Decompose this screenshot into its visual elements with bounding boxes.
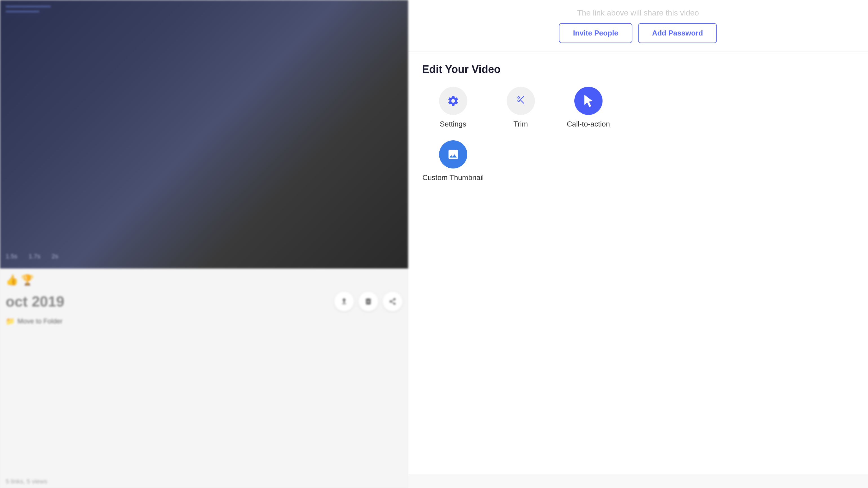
thumbs-up-emoji: 👍 xyxy=(6,274,18,286)
settings-label: Settings xyxy=(440,120,466,129)
stats-text: 5 links, 5 views xyxy=(6,478,48,485)
thumbnail-label: Custom Thumbnail xyxy=(423,173,484,183)
top-title: The link above will share this video xyxy=(422,8,854,18)
share-icon xyxy=(389,297,397,305)
share-button[interactable] xyxy=(383,292,402,311)
video-line-2 xyxy=(6,11,39,12)
action-buttons-group xyxy=(334,292,402,311)
move-to-folder-row[interactable]: 📁 Move to Folder xyxy=(6,317,402,326)
video-time-labels: 1.5s 1.7s 2s xyxy=(6,253,58,260)
folder-icon: 📁 xyxy=(6,317,14,326)
date-label: oct 2019 xyxy=(6,293,64,310)
settings-option[interactable]: Settings xyxy=(422,87,484,129)
cta-option[interactable]: Call-to-action xyxy=(557,87,619,129)
left-panel: 1.5s 1.7s 2s 👍 🏆 oct 2019 xyxy=(0,0,408,488)
upload-button[interactable] xyxy=(334,292,354,311)
right-panel: The link above will share this video Inv… xyxy=(408,0,868,488)
settings-icon-circle xyxy=(439,87,467,115)
thumbnail-option[interactable]: Custom Thumbnail xyxy=(422,140,484,183)
image-icon xyxy=(447,148,459,161)
label-2: 1.7s xyxy=(29,253,40,260)
invite-people-button[interactable]: Invite People xyxy=(559,23,632,43)
below-video-panel: 👍 🏆 oct 2019 xyxy=(0,268,408,488)
edit-section: Edit Your Video Settings Trim xyxy=(408,52,868,474)
thumbnail-icon-circle xyxy=(439,140,467,168)
cta-icon-circle xyxy=(575,87,602,115)
bottom-bar xyxy=(408,474,868,488)
emoji-row: 👍 🏆 xyxy=(6,274,402,286)
button-row: Invite People Add Password xyxy=(422,23,854,43)
label-3: 2s xyxy=(52,253,58,260)
label-1: 1.5s xyxy=(6,253,18,260)
edit-section-title: Edit Your Video xyxy=(422,63,854,75)
date-actions-row: oct 2019 xyxy=(6,292,402,311)
video-line-1 xyxy=(6,6,51,7)
scissors-icon xyxy=(515,95,527,107)
delete-button[interactable] xyxy=(359,292,378,311)
edit-options-grid: Settings Trim Call-to-action xyxy=(422,87,619,183)
trim-label: Trim xyxy=(514,120,528,129)
cursor-icon xyxy=(582,95,595,107)
top-section: The link above will share this video Inv… xyxy=(408,0,868,52)
trophy-emoji: 🏆 xyxy=(21,274,34,286)
trash-icon xyxy=(364,297,372,305)
video-preview: 1.5s 1.7s 2s xyxy=(0,0,408,268)
gear-icon xyxy=(447,95,459,107)
video-overlay xyxy=(6,6,51,12)
trim-option[interactable]: Trim xyxy=(490,87,552,129)
cta-label: Call-to-action xyxy=(567,120,610,129)
add-password-button[interactable]: Add Password xyxy=(638,23,717,43)
trim-icon-circle xyxy=(507,87,535,115)
move-to-folder-label: Move to Folder xyxy=(18,317,63,325)
upload-icon xyxy=(340,297,348,305)
